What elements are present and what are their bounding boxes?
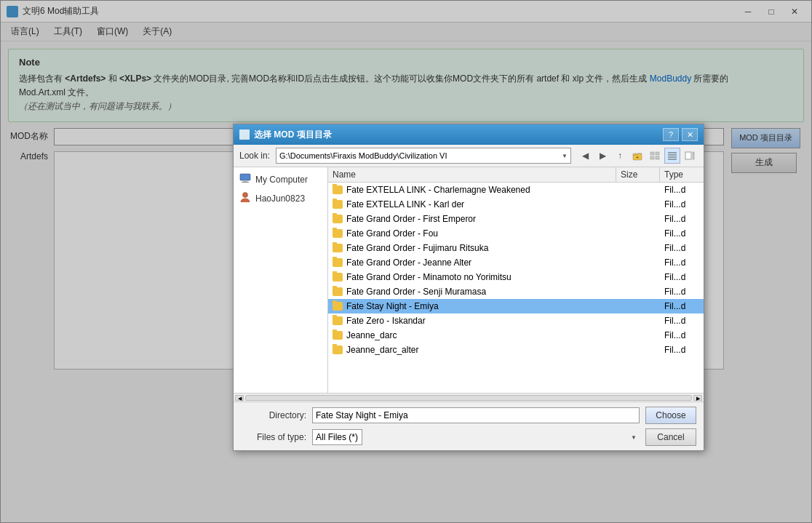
file-dialog: 选择 MOD 项目目录 ? ✕ Look in: G:\Documents\Fi… [233,124,704,451]
svg-rect-12 [240,174,250,180]
files-of-type-select[interactable]: All Files (*) [312,429,362,445]
file-row-size [616,320,660,322]
file-row-name: Fate Stay Night - Emiya [328,300,616,312]
directory-input[interactable] [312,407,640,423]
dialog-toolbar: Look in: G:\Documents\Firaxis ModBuddy\C… [234,145,704,167]
file-row-name: Jeanne_darc_alter [328,344,616,356]
file-row-size [616,306,660,307]
file-row[interactable]: Fate Grand Order - Senji Muramasa Fil...… [328,284,704,299]
file-row-name: Fate Grand Order - Fou [328,228,616,239]
file-row[interactable]: Jeanne_darc Fil...d [328,328,704,343]
list-view-button[interactable] [647,148,663,164]
file-row[interactable]: Fate Zero - Iskandar Fil...d [328,314,704,328]
dialog-title-controls: ? ✕ [663,128,698,141]
svg-rect-5 [656,156,659,159]
file-row-name: Fate Grand Order - Minamoto no Yorimitsu [328,271,616,283]
file-row[interactable]: Fate EXTELLA LINK - Karl der Fil...d [328,197,704,212]
combo-arrow-icon: ▼ [562,153,568,159]
folder-icon [333,200,343,209]
file-row-type: Fil...d [660,315,704,327]
file-row-type: Fil...d [660,300,704,312]
horizontal-scrollbar[interactable]: ◀ ▶ [234,393,704,402]
file-row-size [616,335,660,336]
file-row-name: Fate Grand Order - Senji Muramasa [328,286,616,298]
file-row-type: Fil...d [660,286,704,298]
file-row-type: Fil...d [660,257,704,268]
file-row-name: Fate Grand Order - First Emperor [328,213,616,225]
tree-haojun[interactable]: HaoJun0823 [234,188,327,208]
dialog-filelist[interactable]: Name Size Type Fate EXTELLA LINK - Charl… [328,167,704,393]
preview-button[interactable] [682,148,698,164]
folder-icon [333,316,343,325]
haojun-label: HaoJun0823 [255,193,305,204]
folder-icon [333,244,343,252]
detail-view-button[interactable] [664,148,680,164]
file-row-name: Fate Zero - Iskandar [328,315,616,327]
file-row-name: Fate EXTELLA LINK - Charlemagne Weakened [328,184,616,196]
tree-my-computer[interactable]: My Computer [234,170,327,188]
hscroll-left[interactable]: ◀ [235,395,244,401]
file-row-type: Fil...d [660,184,704,196]
folder-icon [333,346,343,354]
file-row[interactable]: Fate EXTELLA LINK - Charlemagne Weakened… [328,183,704,197]
file-row[interactable]: Jeanne_darc_alter Fil...d [328,343,704,357]
svg-rect-4 [650,156,654,159]
file-row[interactable]: Fate Grand Order - Jeanne Alter Fil...d [328,255,704,270]
folder-icon [333,215,343,223]
file-row-type: Fil...d [660,271,704,283]
hscroll-track[interactable] [245,395,692,401]
file-row[interactable]: Fate Grand Order - First Emperor Fil...d [328,212,704,226]
svg-point-15 [243,193,248,198]
file-row-size [616,189,660,191]
folder-icon [333,258,343,267]
file-row[interactable]: Fate Grand Order - Fujimaru Ritsuka Fil.… [328,241,704,255]
file-row[interactable]: Fate Stay Night - Emiya Fil...d [328,299,704,314]
col-name[interactable]: Name [328,167,616,182]
dialog-footer: Directory: Choose Files of type: All Fil… [234,402,704,450]
choose-button[interactable]: Choose [645,407,696,424]
file-row[interactable]: Fate Grand Order - Minamoto no Yorimitsu… [328,270,704,284]
dialog-title-bar: 选择 MOD 项目目录 ? ✕ [234,124,704,145]
my-computer-label: My Computer [255,175,308,185]
file-row-size [616,276,660,278]
file-row[interactable]: Fate Grand Order - Fou Fil...d [328,226,704,241]
forward-button[interactable]: ▶ [594,148,610,164]
back-button[interactable]: ◀ [577,148,593,164]
files-of-type-row: Files of type: All Files (*) Cancel [241,428,696,446]
folder-icon [333,287,343,296]
folder-icon [333,273,343,282]
dialog-toolbar-icons: ◀ ▶ ↑ + [577,148,698,164]
dialog-help-button[interactable]: ? [663,128,679,141]
dialog-title-text: 选择 MOD 项目目录 [254,129,332,141]
file-row-name: Fate Grand Order - Jeanne Alter [328,257,616,268]
look-in-path: G:\Documents\Firaxis ModBuddy\Civilizati… [279,151,562,160]
new-folder-button[interactable]: + [629,148,645,164]
directory-row: Directory: Choose [241,407,696,424]
up-button[interactable]: ↑ [612,148,628,164]
hscroll-right[interactable]: ▶ [693,395,702,401]
svg-rect-14 [242,182,249,183]
cancel-button[interactable]: Cancel [645,428,696,446]
file-row-size [616,233,660,234]
dialog-body: My Computer HaoJun0823 Name Size Type [234,167,704,393]
look-in-combo[interactable]: G:\Documents\Firaxis ModBuddy\Civilizati… [276,148,571,164]
file-row-size [616,349,660,351]
file-row-size [616,291,660,292]
file-row-type: Fil...d [660,213,704,225]
file-row-type: Fil...d [660,199,704,210]
files-of-type-wrap: All Files (*) [312,429,640,445]
dialog-close-button[interactable]: ✕ [682,128,698,141]
file-row-type: Fil...d [660,228,704,239]
file-row-size [616,262,660,263]
directory-label: Directory: [241,410,306,420]
file-row-name: Jeanne_darc [328,330,616,341]
folder-icon [333,302,343,311]
file-row-size [616,247,660,249]
dialog-title-icon [239,129,250,140]
file-row-type: Fil...d [660,344,704,356]
svg-rect-2 [650,152,654,155]
col-size[interactable]: Size [616,167,660,182]
dialog-tree: My Computer HaoJun0823 [234,167,328,393]
col-type[interactable]: Type [660,167,704,182]
look-in-label: Look in: [239,151,270,161]
